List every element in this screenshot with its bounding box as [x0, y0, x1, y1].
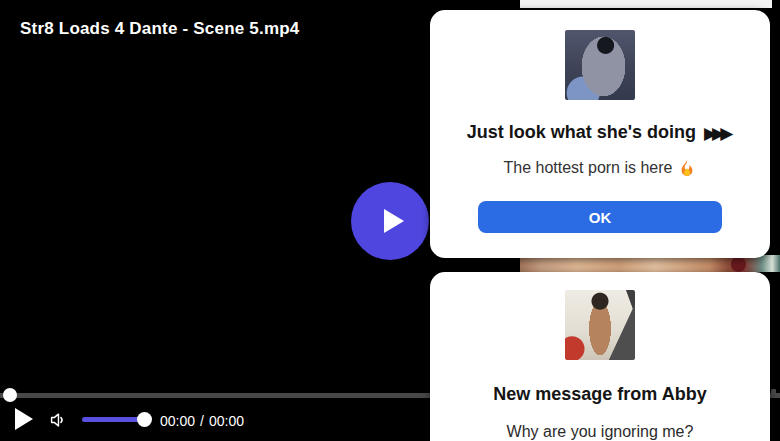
popup-subtext: The hottest porn is here: [504, 159, 697, 177]
popup-ad-1: Just look what she's doing ▶▶▶ The hotte…: [430, 10, 770, 258]
volume-button[interactable]: [47, 409, 69, 431]
time-display: 00:00/00:00: [160, 413, 244, 429]
triple-arrow-icon: ▶▶▶: [704, 123, 733, 143]
ok-button[interactable]: OK: [478, 201, 722, 233]
popup-thumbnail-image[interactable]: [565, 30, 635, 100]
duration: 00:00: [209, 413, 244, 429]
seek-thumb[interactable]: [3, 388, 17, 402]
popup-headline: New message from Abby: [493, 384, 706, 405]
time-separator: /: [200, 413, 204, 429]
popup-headline: Just look what she's doing ▶▶▶: [467, 122, 734, 143]
background-dot: [771, 389, 776, 394]
play-icon: [15, 408, 33, 430]
popup-subtext-text: The hottest porn is here: [504, 159, 673, 177]
speaker-icon: [47, 409, 69, 431]
popup-headline-text: Just look what she's doing: [467, 122, 696, 143]
video-title: Str8 Loads 4 Dante - Scene 5.mp4: [20, 19, 299, 39]
play-button[interactable]: [15, 407, 39, 431]
volume-thumb[interactable]: [137, 412, 152, 427]
play-icon: [384, 209, 404, 233]
background-card-edge: [520, 0, 772, 8]
volume-slider[interactable]: [82, 417, 144, 422]
popup-ad-2: New message from Abby Why are you ignori…: [430, 272, 770, 441]
current-time: 00:00: [160, 413, 195, 429]
big-play-button[interactable]: [351, 182, 429, 260]
player-controls: 00:00/00:00: [0, 404, 430, 441]
popup-subtext: Why are you ignoring me?: [507, 423, 694, 441]
fire-icon: [678, 159, 696, 177]
popup-thumbnail-image[interactable]: [565, 290, 635, 360]
